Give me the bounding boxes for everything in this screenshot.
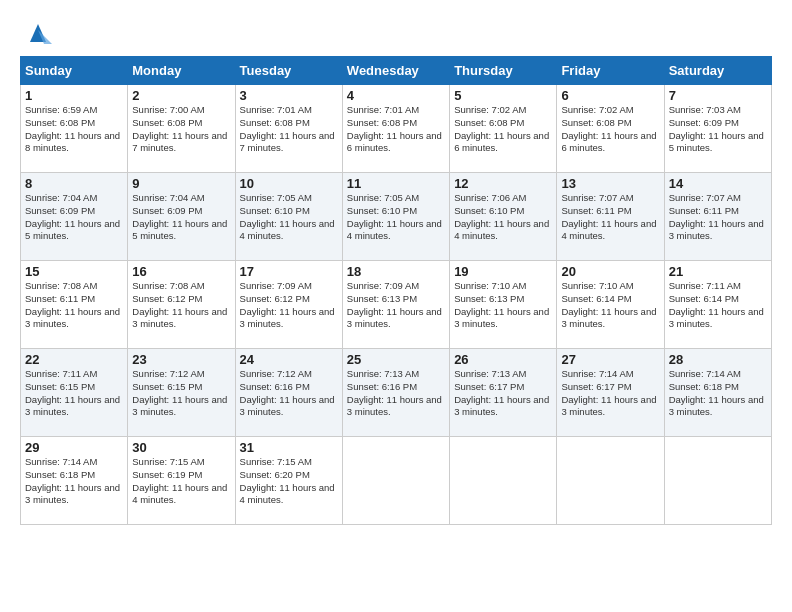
daylight-label: Daylight: 11 hours and 6 minutes. — [454, 130, 549, 154]
daylight-label: Daylight: 11 hours and 7 minutes. — [132, 130, 227, 154]
day-info: Sunrise: 7:14 AM Sunset: 6:18 PM Dayligh… — [25, 456, 123, 507]
calendar-table: SundayMondayTuesdayWednesdayThursdayFrid… — [20, 56, 772, 525]
sunset-label: Sunset: 6:08 PM — [454, 117, 524, 128]
sunrise-label: Sunrise: 7:01 AM — [347, 104, 419, 115]
day-number: 20 — [561, 264, 659, 279]
day-info: Sunrise: 7:07 AM Sunset: 6:11 PM Dayligh… — [669, 192, 767, 243]
daylight-label: Daylight: 11 hours and 3 minutes. — [454, 394, 549, 418]
day-info: Sunrise: 7:02 AM Sunset: 6:08 PM Dayligh… — [454, 104, 552, 155]
day-info: Sunrise: 7:05 AM Sunset: 6:10 PM Dayligh… — [240, 192, 338, 243]
calendar-cell: 8 Sunrise: 7:04 AM Sunset: 6:09 PM Dayli… — [21, 173, 128, 261]
day-number: 4 — [347, 88, 445, 103]
sunrise-label: Sunrise: 7:14 AM — [561, 368, 633, 379]
header-day-monday: Monday — [128, 57, 235, 85]
day-info: Sunrise: 7:04 AM Sunset: 6:09 PM Dayligh… — [25, 192, 123, 243]
day-info: Sunrise: 7:09 AM Sunset: 6:12 PM Dayligh… — [240, 280, 338, 331]
day-info: Sunrise: 7:05 AM Sunset: 6:10 PM Dayligh… — [347, 192, 445, 243]
daylight-label: Daylight: 11 hours and 4 minutes. — [561, 218, 656, 242]
sunrise-label: Sunrise: 7:11 AM — [669, 280, 741, 291]
day-number: 24 — [240, 352, 338, 367]
sunrise-label: Sunrise: 7:14 AM — [669, 368, 741, 379]
daylight-label: Daylight: 11 hours and 3 minutes. — [132, 394, 227, 418]
day-number: 28 — [669, 352, 767, 367]
sunset-label: Sunset: 6:15 PM — [132, 381, 202, 392]
day-number: 14 — [669, 176, 767, 191]
sunset-label: Sunset: 6:18 PM — [25, 469, 95, 480]
calendar-cell: 13 Sunrise: 7:07 AM Sunset: 6:11 PM Dayl… — [557, 173, 664, 261]
day-info: Sunrise: 7:07 AM Sunset: 6:11 PM Dayligh… — [561, 192, 659, 243]
daylight-label: Daylight: 11 hours and 7 minutes. — [240, 130, 335, 154]
daylight-label: Daylight: 11 hours and 3 minutes. — [25, 394, 120, 418]
calendar-cell: 27 Sunrise: 7:14 AM Sunset: 6:17 PM Dayl… — [557, 349, 664, 437]
calendar-cell: 11 Sunrise: 7:05 AM Sunset: 6:10 PM Dayl… — [342, 173, 449, 261]
sunset-label: Sunset: 6:12 PM — [240, 293, 310, 304]
sunrise-label: Sunrise: 7:03 AM — [669, 104, 741, 115]
calendar-cell: 20 Sunrise: 7:10 AM Sunset: 6:14 PM Dayl… — [557, 261, 664, 349]
calendar-header-row: SundayMondayTuesdayWednesdayThursdayFrid… — [21, 57, 772, 85]
calendar-cell: 18 Sunrise: 7:09 AM Sunset: 6:13 PM Dayl… — [342, 261, 449, 349]
calendar-cell: 19 Sunrise: 7:10 AM Sunset: 6:13 PM Dayl… — [450, 261, 557, 349]
daylight-label: Daylight: 11 hours and 3 minutes. — [240, 306, 335, 330]
day-number: 10 — [240, 176, 338, 191]
sunset-label: Sunset: 6:08 PM — [25, 117, 95, 128]
sunset-label: Sunset: 6:17 PM — [561, 381, 631, 392]
day-info: Sunrise: 7:06 AM Sunset: 6:10 PM Dayligh… — [454, 192, 552, 243]
sunset-label: Sunset: 6:15 PM — [25, 381, 95, 392]
sunrise-label: Sunrise: 7:15 AM — [240, 456, 312, 467]
day-number: 25 — [347, 352, 445, 367]
sunrise-label: Sunrise: 7:05 AM — [347, 192, 419, 203]
sunset-label: Sunset: 6:14 PM — [669, 293, 739, 304]
day-info: Sunrise: 7:08 AM Sunset: 6:12 PM Dayligh… — [132, 280, 230, 331]
daylight-label: Daylight: 11 hours and 3 minutes. — [669, 218, 764, 242]
calendar-cell: 16 Sunrise: 7:08 AM Sunset: 6:12 PM Dayl… — [128, 261, 235, 349]
calendar-cell: 26 Sunrise: 7:13 AM Sunset: 6:17 PM Dayl… — [450, 349, 557, 437]
sunset-label: Sunset: 6:11 PM — [561, 205, 631, 216]
day-number: 31 — [240, 440, 338, 455]
day-number: 5 — [454, 88, 552, 103]
sunset-label: Sunset: 6:17 PM — [454, 381, 524, 392]
calendar-cell: 4 Sunrise: 7:01 AM Sunset: 6:08 PM Dayli… — [342, 85, 449, 173]
calendar-cell: 6 Sunrise: 7:02 AM Sunset: 6:08 PM Dayli… — [557, 85, 664, 173]
sunset-label: Sunset: 6:09 PM — [132, 205, 202, 216]
calendar-cell: 1 Sunrise: 6:59 AM Sunset: 6:08 PM Dayli… — [21, 85, 128, 173]
sunset-label: Sunset: 6:10 PM — [347, 205, 417, 216]
day-number: 27 — [561, 352, 659, 367]
sunset-label: Sunset: 6:14 PM — [561, 293, 631, 304]
sunrise-label: Sunrise: 7:09 AM — [240, 280, 312, 291]
calendar-cell: 22 Sunrise: 7:11 AM Sunset: 6:15 PM Dayl… — [21, 349, 128, 437]
daylight-label: Daylight: 11 hours and 3 minutes. — [561, 306, 656, 330]
sunset-label: Sunset: 6:10 PM — [454, 205, 524, 216]
day-info: Sunrise: 7:10 AM Sunset: 6:13 PM Dayligh… — [454, 280, 552, 331]
daylight-label: Daylight: 11 hours and 3 minutes. — [454, 306, 549, 330]
sunrise-label: Sunrise: 7:02 AM — [561, 104, 633, 115]
sunset-label: Sunset: 6:08 PM — [240, 117, 310, 128]
day-info: Sunrise: 7:11 AM Sunset: 6:14 PM Dayligh… — [669, 280, 767, 331]
day-number: 8 — [25, 176, 123, 191]
day-info: Sunrise: 7:00 AM Sunset: 6:08 PM Dayligh… — [132, 104, 230, 155]
day-info: Sunrise: 7:03 AM Sunset: 6:09 PM Dayligh… — [669, 104, 767, 155]
day-number: 16 — [132, 264, 230, 279]
day-number: 23 — [132, 352, 230, 367]
sunset-label: Sunset: 6:11 PM — [25, 293, 95, 304]
calendar-cell: 3 Sunrise: 7:01 AM Sunset: 6:08 PM Dayli… — [235, 85, 342, 173]
sunrise-label: Sunrise: 7:14 AM — [25, 456, 97, 467]
daylight-label: Daylight: 11 hours and 4 minutes. — [240, 482, 335, 506]
sunrise-label: Sunrise: 7:07 AM — [669, 192, 741, 203]
calendar-cell: 24 Sunrise: 7:12 AM Sunset: 6:16 PM Dayl… — [235, 349, 342, 437]
sunset-label: Sunset: 6:08 PM — [561, 117, 631, 128]
calendar-cell: 12 Sunrise: 7:06 AM Sunset: 6:10 PM Dayl… — [450, 173, 557, 261]
sunrise-label: Sunrise: 7:05 AM — [240, 192, 312, 203]
daylight-label: Daylight: 11 hours and 8 minutes. — [25, 130, 120, 154]
day-info: Sunrise: 7:13 AM Sunset: 6:16 PM Dayligh… — [347, 368, 445, 419]
sunrise-label: Sunrise: 7:12 AM — [132, 368, 204, 379]
calendar-cell — [557, 437, 664, 525]
day-number: 30 — [132, 440, 230, 455]
sunrise-label: Sunrise: 7:10 AM — [454, 280, 526, 291]
sunrise-label: Sunrise: 7:04 AM — [25, 192, 97, 203]
day-info: Sunrise: 7:08 AM Sunset: 6:11 PM Dayligh… — [25, 280, 123, 331]
daylight-label: Daylight: 11 hours and 4 minutes. — [347, 218, 442, 242]
sunset-label: Sunset: 6:16 PM — [347, 381, 417, 392]
day-number: 26 — [454, 352, 552, 367]
sunrise-label: Sunrise: 7:08 AM — [25, 280, 97, 291]
daylight-label: Daylight: 11 hours and 3 minutes. — [669, 306, 764, 330]
